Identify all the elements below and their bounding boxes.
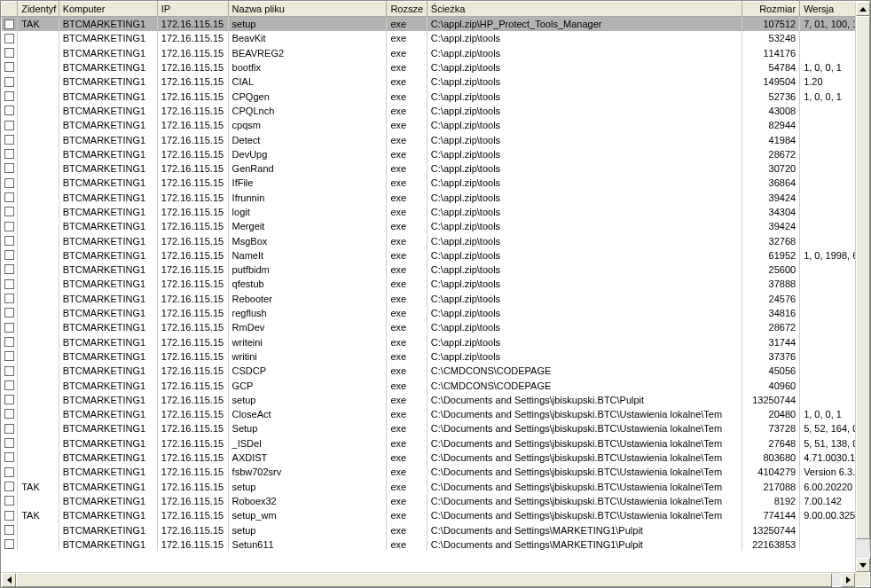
table-row[interactable]: BTCMARKETING1172.16.115.15writeiniexeC:\…: [2, 334, 870, 349]
checkbox-icon[interactable]: [4, 482, 14, 491]
row-checkbox-cell[interactable]: [2, 450, 18, 464]
table-row[interactable]: BTCMARKETING1172.16.115.15bootfixexeC:\a…: [2, 59, 870, 74]
row-checkbox-cell[interactable]: [2, 392, 18, 406]
checkbox-icon[interactable]: [4, 34, 14, 43]
row-checkbox-cell[interactable]: [2, 407, 18, 421]
scroll-right-button[interactable]: [841, 573, 855, 587]
row-checkbox-cell[interactable]: [2, 247, 18, 262]
table-row[interactable]: BTCMARKETING1172.16.115.15fsbw702srvexeC…: [2, 465, 870, 479]
row-checkbox-cell[interactable]: [2, 305, 18, 319]
column-header-checkbox[interactable]: [2, 2, 18, 17]
table-row[interactable]: BTCMARKETING1172.16.115.15Setun611exeC:\…: [2, 537, 870, 551]
table-row[interactable]: BTCMARKETING1172.16.115.15GCPexeC:\CMDCO…: [2, 378, 870, 392]
table-row[interactable]: BTCMARKETING1172.16.115.15CPQLnchexeC:\a…: [2, 103, 870, 117]
scroll-left-button[interactable]: [2, 573, 16, 587]
checkbox-icon[interactable]: [4, 222, 14, 231]
table-row[interactable]: BTCMARKETING1172.16.115.15NameItexeC:\ap…: [2, 247, 870, 262]
checkbox-icon[interactable]: [4, 121, 14, 130]
row-checkbox-cell[interactable]: [2, 378, 18, 392]
table-row[interactable]: BTCMARKETING1172.16.115.15Roboex32exeC:\…: [2, 493, 870, 507]
row-checkbox-cell[interactable]: [2, 59, 18, 74]
row-checkbox-cell[interactable]: [2, 190, 18, 204]
row-checkbox-cell[interactable]: [2, 74, 18, 89]
checkbox-icon[interactable]: [4, 337, 14, 347]
checkbox-icon[interactable]: [4, 351, 14, 361]
checkbox-icon[interactable]: [4, 192, 14, 202]
row-checkbox-cell[interactable]: [2, 161, 18, 175]
checkbox-icon[interactable]: [4, 308, 14, 318]
table-row[interactable]: BTCMARKETING1172.16.115.15DevUpgexeC:\ap…: [2, 146, 870, 161]
table-row[interactable]: TAKBTCMARKETING1172.16.115.15setupexeC:\…: [2, 17, 870, 31]
row-checkbox-cell[interactable]: [2, 320, 18, 334]
row-checkbox-cell[interactable]: [2, 132, 18, 146]
table-row[interactable]: BTCMARKETING1172.16.115.15RmDevexeC:\app…: [2, 320, 870, 334]
row-checkbox-cell[interactable]: [2, 263, 18, 277]
row-checkbox-cell[interactable]: [2, 176, 18, 190]
checkbox-icon[interactable]: [4, 496, 14, 506]
checkbox-icon[interactable]: [4, 48, 14, 58]
row-checkbox-cell[interactable]: [2, 537, 18, 551]
table-row[interactable]: BTCMARKETING1172.16.115.15MergeitexeC:\a…: [2, 219, 870, 233]
checkbox-icon[interactable]: [4, 135, 14, 145]
vertical-scroll-thumb[interactable]: [856, 16, 870, 539]
row-checkbox-cell[interactable]: [2, 421, 18, 435]
table-row[interactable]: BTCMARKETING1172.16.115.15SetupexeC:\Doc…: [2, 421, 870, 435]
checkbox-icon[interactable]: [4, 207, 14, 216]
horizontal-scroll-thumb[interactable]: [16, 573, 832, 587]
column-header-komputer[interactable]: Komputer: [59, 2, 157, 17]
column-header-sciezka[interactable]: Ścieżka: [427, 2, 742, 17]
column-header-rozmiar[interactable]: Rozmiar: [742, 2, 800, 17]
table-row[interactable]: BTCMARKETING1172.16.115.15MsgBoxexeC:\ap…: [2, 233, 870, 247]
row-checkbox-cell[interactable]: [2, 493, 18, 507]
checkbox-icon[interactable]: [4, 467, 14, 477]
row-checkbox-cell[interactable]: [2, 103, 18, 117]
column-header-ident[interactable]: Zidentyf: [18, 2, 59, 17]
table-row[interactable]: BTCMARKETING1172.16.115.15setupexeC:\Doc…: [2, 522, 870, 537]
table-row[interactable]: BTCMARKETING1172.16.115.15regflushexeC:\…: [2, 305, 870, 319]
row-checkbox-cell[interactable]: [2, 435, 18, 450]
table-row[interactable]: BTCMARKETING1172.16.115.15CPQgenexeC:\ap…: [2, 89, 870, 103]
checkbox-icon[interactable]: [4, 539, 14, 549]
checkbox-icon[interactable]: [4, 424, 14, 434]
table-row[interactable]: BTCMARKETING1172.16.115.15DetectexeC:\ap…: [2, 132, 870, 146]
vertical-scrollbar[interactable]: [855, 2, 869, 572]
row-checkbox-cell[interactable]: [2, 31, 18, 45]
checkbox-icon[interactable]: [4, 323, 14, 333]
table-row[interactable]: BTCMARKETING1172.16.115.15BEAVREG2exeC:\…: [2, 45, 870, 59]
row-checkbox-cell[interactable]: [2, 204, 18, 218]
row-checkbox-cell[interactable]: [2, 219, 18, 233]
row-checkbox-cell[interactable]: [2, 522, 18, 537]
checkbox-icon[interactable]: [4, 380, 14, 390]
row-checkbox-cell[interactable]: [2, 508, 18, 522]
table-row[interactable]: BTCMARKETING1172.16.115.15GenRandexeC:\a…: [2, 161, 870, 175]
row-checkbox-cell[interactable]: [2, 479, 18, 493]
table-row[interactable]: BTCMARKETING1172.16.115.15RebooterexeC:\…: [2, 291, 870, 305]
table-row[interactable]: BTCMARKETING1172.16.115.15logitexeC:\app…: [2, 204, 870, 218]
scroll-down-button[interactable]: [856, 558, 870, 572]
column-header-rozszerzenie[interactable]: Rozsze: [387, 2, 427, 17]
checkbox-icon[interactable]: [4, 279, 14, 289]
checkbox-icon[interactable]: [4, 294, 14, 303]
table-row[interactable]: BTCMARKETING1172.16.115.15writiniexeC:\a…: [2, 349, 870, 363]
table-row[interactable]: TAKBTCMARKETING1172.16.115.15setupexeC:\…: [2, 479, 870, 493]
row-checkbox-cell[interactable]: [2, 277, 18, 291]
table-row[interactable]: TAKBTCMARKETING1172.16.115.15setup_wmexe…: [2, 508, 870, 522]
table-row[interactable]: BTCMARKETING1172.16.115.15cpqsmexeC:\app…: [2, 118, 870, 132]
checkbox-icon[interactable]: [4, 264, 14, 274]
data-grid[interactable]: Zidentyf Komputer IP Nazwa pliku Rozsze …: [0, 0, 871, 588]
row-checkbox-cell[interactable]: [2, 89, 18, 103]
table-row[interactable]: BTCMARKETING1172.16.115.15setupexeC:\Doc…: [2, 392, 870, 406]
table-row[interactable]: BTCMARKETING1172.16.115.15IfrunninexeC:\…: [2, 190, 870, 204]
column-header-ip[interactable]: IP: [157, 2, 228, 17]
row-checkbox-cell[interactable]: [2, 465, 18, 479]
table-row[interactable]: BTCMARKETING1172.16.115.15CloseActexeC:\…: [2, 407, 870, 421]
checkbox-icon[interactable]: [4, 452, 14, 462]
row-checkbox-cell[interactable]: [2, 291, 18, 305]
checkbox-icon[interactable]: [4, 178, 14, 188]
checkbox-icon[interactable]: [4, 511, 14, 521]
table-row[interactable]: BTCMARKETING1172.16.115.15qfestubexeC:\a…: [2, 277, 870, 291]
row-checkbox-cell[interactable]: [2, 349, 18, 363]
checkbox-icon[interactable]: [4, 77, 14, 87]
checkbox-icon[interactable]: [4, 366, 14, 376]
checkbox-icon[interactable]: [4, 525, 14, 535]
